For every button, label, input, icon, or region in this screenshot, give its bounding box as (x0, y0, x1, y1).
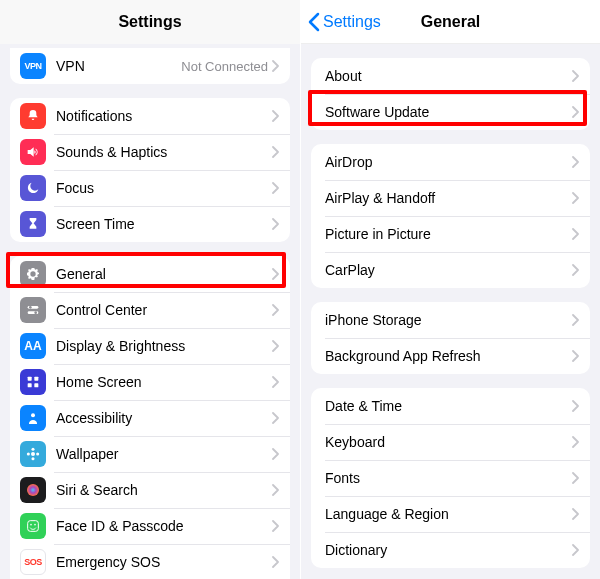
row-about[interactable]: About (311, 58, 590, 94)
row-label: Emergency SOS (56, 554, 272, 570)
svg-point-13 (36, 452, 39, 455)
chevron-right-icon (572, 544, 580, 556)
settings-header: Settings (0, 0, 300, 44)
chevron-right-icon (572, 156, 580, 168)
general-group-1: AboutSoftware Update (311, 58, 590, 130)
svg-point-11 (31, 457, 34, 460)
chevron-right-icon (572, 228, 580, 240)
row-emergency-sos[interactable]: SOSEmergency SOS (10, 544, 290, 579)
chevron-right-icon (572, 264, 580, 276)
row-label: Language & Region (325, 506, 572, 522)
svg-point-2 (29, 306, 32, 309)
row-label: Home Screen (56, 374, 272, 390)
siri-icon (20, 477, 46, 503)
row-keyboard[interactable]: Keyboard (311, 424, 590, 460)
row-label: About (325, 68, 572, 84)
chevron-right-icon (572, 508, 580, 520)
row-label: Sounds & Haptics (56, 144, 272, 160)
back-label: Settings (323, 13, 381, 31)
row-label: Siri & Search (56, 482, 272, 498)
vpn-status: Not Connected (181, 59, 268, 74)
chevron-right-icon (572, 192, 580, 204)
row-face-id-passcode[interactable]: Face ID & Passcode (10, 508, 290, 544)
row-notifications[interactable]: Notifications (10, 98, 290, 134)
vpn-icon: VPN (20, 53, 46, 79)
row-dictionary[interactable]: Dictionary (311, 532, 590, 568)
row-date-time[interactable]: Date & Time (311, 388, 590, 424)
vpn-label: VPN (56, 58, 181, 74)
row-wallpaper[interactable]: Wallpaper (10, 436, 290, 472)
row-label: Face ID & Passcode (56, 518, 272, 534)
back-button[interactable]: Settings (307, 0, 381, 44)
row-display-brightness[interactable]: AADisplay & Brightness (10, 328, 290, 364)
settings-title: Settings (118, 13, 181, 31)
row-label: Software Update (325, 104, 572, 120)
chevron-right-icon (272, 556, 280, 568)
svg-rect-6 (28, 383, 32, 387)
svg-rect-7 (34, 383, 38, 387)
svg-point-12 (27, 452, 30, 455)
face-icon (20, 513, 46, 539)
gear-icon (20, 261, 46, 287)
row-label: Accessibility (56, 410, 272, 426)
row-software-update[interactable]: Software Update (311, 94, 590, 130)
row-label: Focus (56, 180, 272, 196)
row-accessibility[interactable]: Accessibility (10, 400, 290, 436)
chevron-right-icon (572, 400, 580, 412)
svg-point-10 (31, 448, 34, 451)
row-label: Date & Time (325, 398, 572, 414)
row-iphone-storage[interactable]: iPhone Storage (311, 302, 590, 338)
row-focus[interactable]: Focus (10, 170, 290, 206)
row-label: Control Center (56, 302, 272, 318)
row-control-center[interactable]: Control Center (10, 292, 290, 328)
row-label: Screen Time (56, 216, 272, 232)
chevron-right-icon (572, 472, 580, 484)
row-label: Notifications (56, 108, 272, 124)
general-header: Settings General (301, 0, 600, 44)
row-language-region[interactable]: Language & Region (311, 496, 590, 532)
chevron-right-icon (272, 60, 280, 72)
svg-point-9 (31, 452, 35, 456)
chevron-right-icon (272, 268, 280, 280)
general-group-3: iPhone StorageBackground App Refresh (311, 302, 590, 374)
row-airplay-handoff[interactable]: AirPlay & Handoff (311, 180, 590, 216)
row-home-screen[interactable]: Home Screen (10, 364, 290, 400)
row-label: Keyboard (325, 434, 572, 450)
row-background-app-refresh[interactable]: Background App Refresh (311, 338, 590, 374)
row-general[interactable]: General (10, 256, 290, 292)
row-label: Display & Brightness (56, 338, 272, 354)
chevron-right-icon (272, 340, 280, 352)
row-siri-search[interactable]: Siri & Search (10, 472, 290, 508)
settings-group-2: GeneralControl CenterAADisplay & Brightn… (10, 256, 290, 579)
sos-icon: SOS (20, 549, 46, 575)
svg-rect-5 (34, 377, 38, 381)
chevron-right-icon (272, 182, 280, 194)
row-carplay[interactable]: CarPlay (311, 252, 590, 288)
chevron-right-icon (572, 70, 580, 82)
general-pane: Settings General AboutSoftware Update Ai… (300, 0, 600, 579)
chevron-right-icon (272, 146, 280, 158)
aa-icon: AA (20, 333, 46, 359)
row-airdrop[interactable]: AirDrop (311, 144, 590, 180)
chevron-right-icon (272, 376, 280, 388)
general-group-4: Date & TimeKeyboardFontsLanguage & Regio… (311, 388, 590, 568)
chevron-right-icon (572, 314, 580, 326)
row-label: General (56, 266, 272, 282)
chevron-right-icon (572, 350, 580, 362)
general-body: AboutSoftware Update AirDropAirPlay & Ha… (301, 58, 600, 578)
settings-body: VPN VPN Not Connected NotificationsSound… (0, 48, 300, 579)
row-screen-time[interactable]: Screen Time (10, 206, 290, 242)
chevron-right-icon (272, 448, 280, 460)
chevron-right-icon (272, 484, 280, 496)
row-label: Background App Refresh (325, 348, 572, 364)
chevron-right-icon (272, 218, 280, 230)
svg-point-8 (31, 413, 35, 417)
row-vpn[interactable]: VPN VPN Not Connected (10, 48, 290, 84)
row-label: AirPlay & Handoff (325, 190, 572, 206)
row-picture-in-picture[interactable]: Picture in Picture (311, 216, 590, 252)
svg-point-14 (27, 484, 39, 496)
row-sounds-haptics[interactable]: Sounds & Haptics (10, 134, 290, 170)
row-fonts[interactable]: Fonts (311, 460, 590, 496)
chevron-right-icon (272, 520, 280, 532)
row-label: AirDrop (325, 154, 572, 170)
